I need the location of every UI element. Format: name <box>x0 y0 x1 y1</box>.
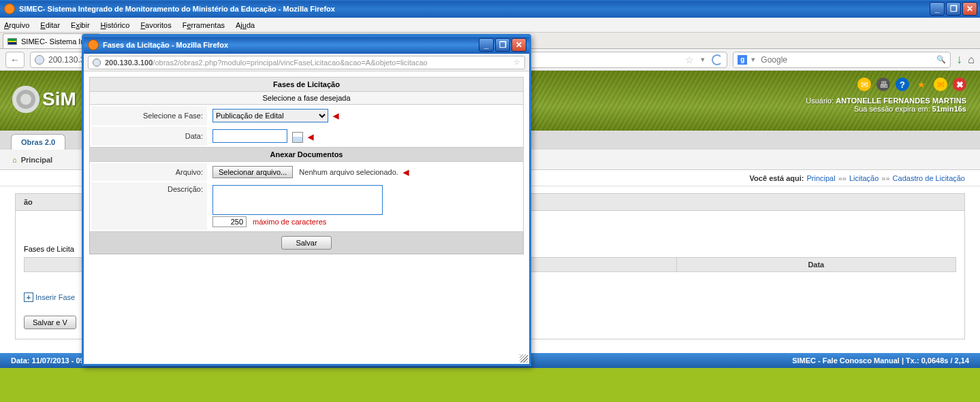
char-counter <box>212 216 247 227</box>
popup-title: Fases da Licitação - Mozilla Firefox <box>103 41 228 49</box>
user-name: ANTONELLE FERNANDES MARTINS <box>836 97 966 105</box>
session-time: 51min16s <box>932 105 966 113</box>
label-arquivo: Arquivo: <box>91 163 207 181</box>
required-icon: ◀ <box>308 133 313 141</box>
subtab-principal[interactable]: Principal <box>21 156 52 164</box>
file-status: Nenhum arquivo selecionado. <box>299 168 398 176</box>
popup-bookmark-icon[interactable]: ☆ <box>513 58 520 67</box>
header-help-icon[interactable]: ? <box>896 78 909 91</box>
globe-icon <box>93 58 101 67</box>
add-fase-link[interactable]: Inserir Fase <box>35 293 75 301</box>
required-icon: ◀ <box>403 168 409 176</box>
home-tab-icon: ⌂ <box>12 156 17 164</box>
salvar-voltar-button[interactable]: Salvar e V <box>24 316 76 329</box>
app-tab-obras[interactable]: Obras 2.0 <box>11 134 65 150</box>
search-icon[interactable]: 🔍 <box>936 55 946 64</box>
menu-ferramentas[interactable]: Ferramentas <box>183 21 225 29</box>
anexar-form: Arquivo: Selecionar arquivo... Nenhum ar… <box>89 162 524 232</box>
reload-icon[interactable] <box>712 54 723 65</box>
salvar-button[interactable]: Salvar <box>281 236 331 250</box>
maximize-button[interactable]: ❐ <box>946 2 961 16</box>
popup-body: Fases de Licitação Selecione a fase dese… <box>84 71 529 364</box>
menu-exibir[interactable]: Exibir <box>71 21 90 29</box>
search-dropdown-icon[interactable]: ▾ <box>751 55 755 64</box>
footer-left: Data: 11/07/2013 - 09:1 <box>11 356 91 365</box>
popup-window: Fases da Licitação - Mozilla Firefox _ ❐… <box>82 34 531 366</box>
menu-favoritos[interactable]: Favoritos <box>140 21 171 29</box>
main-window-title: SIMEC- Sistema Integrado de Monitorament… <box>19 5 335 13</box>
user-label: Usuário: <box>806 97 834 105</box>
fase-form: Selecione a Fase: Publicação de Edital ◀… <box>89 105 524 148</box>
required-icon: ◀ <box>333 112 338 120</box>
label-descricao: Descrição: <box>91 182 207 230</box>
popup-urlbar: 200.130.3.100/obras2/obras2.php?modulo=p… <box>84 54 529 71</box>
menu-historico[interactable]: Histórico <box>101 21 130 29</box>
main-window-titlebar: SIMEC- Sistema Integrado de Monitorament… <box>0 0 980 18</box>
header-exit-icon[interactable]: ✖ <box>953 78 966 91</box>
breadcrumb-sep: »» <box>881 174 889 182</box>
bookmark-star-icon[interactable]: ☆ <box>685 54 694 65</box>
menu-arquivo[interactable]: AArquivorquivo <box>4 21 29 29</box>
search-engine-icon: g <box>738 55 747 65</box>
header-mail-icon[interactable]: ✉ <box>857 78 871 91</box>
popup-address-bar[interactable]: 200.130.3.100/obras2/obras2.php?modulo=p… <box>88 56 525 69</box>
globe-icon <box>35 55 44 65</box>
popup-titlebar: Fases da Licitação - Mozilla Firefox _ ❐… <box>84 36 529 54</box>
back-button[interactable]: ← <box>5 52 25 68</box>
fases-label: Fases de Licita <box>24 245 74 253</box>
breadcrumb-label: Você está aqui: <box>750 174 804 182</box>
site-favicon <box>7 38 17 45</box>
minimize-button[interactable]: _ <box>930 2 945 16</box>
close-button[interactable]: ✕ <box>962 2 977 16</box>
popup-maximize-button[interactable]: ❐ <box>495 38 510 52</box>
calendar-icon[interactable] <box>292 132 303 143</box>
header-star-icon[interactable]: ★ <box>915 78 928 91</box>
popup-section-subtitle: Selecione a fase desejada <box>89 92 524 105</box>
address-dropdown-icon[interactable]: ▾ <box>701 55 705 64</box>
label-fase: Selecione a Fase: <box>91 106 207 125</box>
maxchar-label: máximo de caracteres <box>253 218 326 226</box>
breadcrumb-sep: »» <box>838 174 847 182</box>
search-input[interactable] <box>759 54 932 65</box>
browser-menubar: AArquivorquivo Editar Exibir Histórico F… <box>0 18 980 33</box>
popup-minimize-button[interactable]: _ <box>479 38 494 52</box>
breadcrumb-principal[interactable]: Principal <box>806 174 835 182</box>
label-data: Data: <box>91 127 207 146</box>
breadcrumb-licitacao[interactable]: Licitação <box>849 174 879 182</box>
search-box[interactable]: g ▾ 🔍 <box>733 52 951 68</box>
home-icon[interactable]: ⌂ <box>968 54 975 66</box>
select-fase[interactable]: Publicação de Edital <box>212 109 328 122</box>
header-envelope-icon[interactable]: ✉ <box>934 78 947 91</box>
app-logo: SiM <box>12 86 76 113</box>
breadcrumb-cadastro[interactable]: Cadastro de Licitação <box>893 174 965 182</box>
add-fase-icon[interactable]: + <box>24 292 33 302</box>
menu-ajuda[interactable]: Ajuda <box>236 21 255 29</box>
header-print-icon[interactable]: 🖶 <box>876 78 890 91</box>
input-data[interactable] <box>212 129 287 143</box>
menu-editar[interactable]: Editar <box>40 21 60 29</box>
firefox-icon <box>88 39 99 50</box>
popup-url-host: 200.130.3.100 <box>105 58 153 67</box>
downloads-icon[interactable]: ↓ <box>956 52 962 67</box>
header-user-panel: ✉ 🖶 ? ★ ✉ ✖ Usuário: ANTONELLE FERNANDES… <box>806 78 966 113</box>
section-header-text: ão <box>24 198 33 206</box>
textarea-descricao[interactable] <box>212 185 383 215</box>
file-select-button[interactable]: Selecionar arquivo... <box>212 166 293 178</box>
firefox-icon <box>4 3 15 14</box>
gear-icon <box>12 86 39 113</box>
resize-grip-icon[interactable] <box>520 354 528 363</box>
popup-url-path: /obras2/obras2.php?modulo=principal/vinc… <box>153 58 427 67</box>
session-label: Sua sessão expira em: <box>854 105 930 113</box>
anexar-header: Anexar Documentos <box>89 148 524 162</box>
col-data: Data <box>676 258 955 272</box>
app-logo-text: SiM <box>42 88 76 110</box>
popup-actions: Salvar <box>89 232 524 254</box>
popup-close-button[interactable]: ✕ <box>511 38 526 52</box>
footer-right: SIMEC - Fale Conosco Manual | Tx.: 0,064… <box>792 356 969 365</box>
popup-section-title: Fases de Licitação <box>89 77 524 92</box>
